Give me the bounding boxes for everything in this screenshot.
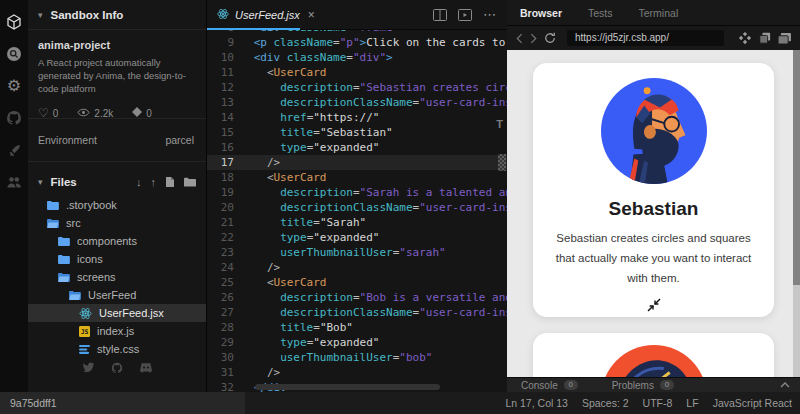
back-icon[interactable] xyxy=(516,33,523,44)
code-line[interactable]: 26 description="Bob is a versatile and xyxy=(207,290,507,305)
tab-userfeed-jsx[interactable]: UserFeed.jsx × xyxy=(207,0,325,30)
code-line[interactable]: 18 <UserCard xyxy=(207,170,507,185)
live-collaboration-icon[interactable] xyxy=(0,166,28,198)
tree-item-icons[interactable]: icons xyxy=(28,250,206,268)
code-line[interactable]: 27 descriptionClassName="user-card-ins xyxy=(207,305,507,320)
open-window-icon[interactable] xyxy=(778,33,791,44)
browser-tab-browser[interactable]: Browser xyxy=(520,7,562,19)
editor-actions: ⋯ xyxy=(433,7,507,22)
code-line[interactable]: 24 /> xyxy=(207,260,507,275)
sandbox-info-title: Sandbox Info xyxy=(51,9,124,21)
code-line[interactable]: 13 descriptionClassName="user-card-ins xyxy=(207,95,507,110)
code-line[interactable]: 28 title="Bob" xyxy=(207,320,507,335)
react-icon xyxy=(79,307,92,320)
tree-item-style-css[interactable]: style.css xyxy=(28,340,206,358)
preview-scrollbar[interactable] xyxy=(793,50,800,377)
new-folder-icon[interactable] xyxy=(184,177,196,187)
browser-tab-terminal[interactable]: Terminal xyxy=(639,7,679,19)
split-editor-icon[interactable] xyxy=(433,9,447,21)
code-line[interactable]: 20 descriptionClassName="user-card-ins xyxy=(207,200,507,215)
code-line[interactable]: 14 href="https://" xyxy=(207,110,507,125)
code-line[interactable]: 25 <UserCard xyxy=(207,275,507,290)
line-number: 21 xyxy=(207,215,247,230)
status-item[interactable]: UTF-8 xyxy=(643,397,673,409)
views-count: 2.2k xyxy=(94,108,113,119)
line-number: 19 xyxy=(207,185,247,200)
more-options-icon[interactable]: ⋯ xyxy=(483,7,497,22)
upload-up-icon[interactable]: ↑ xyxy=(151,176,157,188)
code-line[interactable]: 10 <div className="div"> xyxy=(207,50,507,65)
console-tab[interactable]: Console xyxy=(521,380,558,391)
code-line[interactable]: 12 description="Sebastian creates circ xyxy=(207,80,507,95)
new-file-icon[interactable] xyxy=(165,176,175,188)
line-number: 29 xyxy=(207,335,247,350)
code-line[interactable]: 9 <p className="p">Click on the cards to xyxy=(207,35,507,50)
tree-item-label: UserFeed xyxy=(88,289,136,301)
user-card-sebastian[interactable]: Sebastian Sebastian creates circles and … xyxy=(533,63,774,317)
discord-icon[interactable] xyxy=(139,362,153,376)
code-line[interactable]: 21 title="Sarah" xyxy=(207,215,507,230)
status-item[interactable]: JavaScript React xyxy=(713,397,792,409)
refresh-icon[interactable] xyxy=(544,32,556,44)
url-input[interactable]: https://jd5zjr.csb.app/ xyxy=(567,30,724,46)
settings-icon[interactable]: ⚙ xyxy=(0,70,28,102)
tree-item-screens[interactable]: screens xyxy=(28,268,206,286)
code-line[interactable]: 31 /> xyxy=(207,365,507,380)
line-number: 31 xyxy=(207,365,247,380)
twitter-icon[interactable] xyxy=(82,362,95,376)
code-editor[interactable]: 8 <div className="frame">9 <p className=… xyxy=(207,30,507,392)
line-number: 24 xyxy=(207,260,247,275)
tree-item--storybook[interactable]: .storybook xyxy=(28,196,206,214)
code-line[interactable]: 17 /> xyxy=(207,155,507,170)
browser-nav-bar: https://jd5zjr.csb.app/ xyxy=(507,26,800,50)
eye-icon xyxy=(77,108,90,119)
project-name: anima-project xyxy=(38,39,196,51)
github-link-icon[interactable] xyxy=(111,362,123,376)
environment-row: Environment parcel xyxy=(28,118,206,162)
forward-icon[interactable] xyxy=(530,33,537,44)
code-line[interactable]: 11 <UserCard xyxy=(207,65,507,80)
open-preview-icon[interactable] xyxy=(458,9,472,21)
likes-count: 0 xyxy=(53,108,59,119)
code-line[interactable]: 30 userThumbnailUser="bob" xyxy=(207,350,507,365)
editor-horizontal-scrollbar[interactable] xyxy=(255,384,440,390)
code-line[interactable]: 23 userThumbnailUser="sarah" xyxy=(207,245,507,260)
close-icon[interactable]: × xyxy=(308,8,315,22)
code-line[interactable]: 19 description="Sarah is a talented an xyxy=(207,185,507,200)
line-number: 22 xyxy=(207,230,247,245)
github-icon[interactable] xyxy=(0,102,28,134)
tree-item-label: screens xyxy=(77,271,116,283)
code-line[interactable]: 16 type="expanded" xyxy=(207,140,507,155)
browser-tab-tests[interactable]: Tests xyxy=(588,7,613,19)
problems-tab[interactable]: Problems xyxy=(612,380,654,391)
expand-console-icon[interactable] xyxy=(780,382,790,388)
collapse-icon[interactable] xyxy=(646,298,662,314)
export-down-icon[interactable]: ↓ xyxy=(136,176,142,188)
tree-item-components[interactable]: components xyxy=(28,232,206,250)
deployment-rocket-icon[interactable] xyxy=(0,134,28,166)
card-description: Sebastian creates circles and squares th… xyxy=(554,228,754,288)
sandbox-nav-icon[interactable] xyxy=(0,6,28,38)
responsive-mode-icon[interactable] xyxy=(738,31,752,45)
tree-item-userfeed-jsx[interactable]: UserFeed.jsx xyxy=(28,304,206,322)
tree-item-userfeed[interactable]: UserFeed xyxy=(28,286,206,304)
tree-item-index-js[interactable]: JSindex.js xyxy=(28,322,206,340)
code-line[interactable]: 29 type="expanded" xyxy=(207,335,507,350)
folder-icon xyxy=(57,254,70,264)
tree-item-src[interactable]: src xyxy=(28,214,206,232)
status-item[interactable]: Ln 17, Col 13 xyxy=(505,397,567,409)
code-line[interactable]: 22 type="expanded" xyxy=(207,230,507,245)
console-count-badge: 0 xyxy=(564,380,578,390)
preview-scrollbar-thumb[interactable] xyxy=(793,50,800,285)
sandbox-info-header[interactable]: ▾ Sandbox Info xyxy=(28,0,206,30)
user-card-sarah-partial[interactable] xyxy=(533,333,774,377)
files-header[interactable]: ▾ Files ↓ ↑ xyxy=(28,170,206,194)
code-line[interactable]: 15 title="Sebastian" xyxy=(207,125,507,140)
line-number: 23 xyxy=(207,245,247,260)
line-number: 32 xyxy=(207,380,247,392)
copy-url-icon[interactable] xyxy=(759,32,771,44)
status-item[interactable]: Spaces: 2 xyxy=(582,397,629,409)
search-icon[interactable] xyxy=(0,38,28,70)
status-right-items: Ln 17, Col 13Spaces: 2UTF-8LFJavaScript … xyxy=(505,397,800,409)
status-item[interactable]: LF xyxy=(686,397,698,409)
